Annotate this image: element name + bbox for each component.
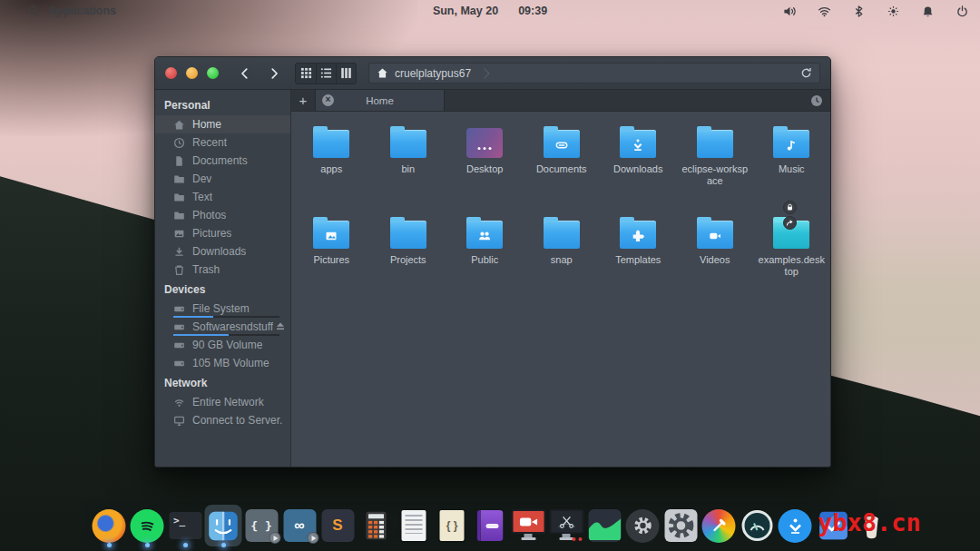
volume-icon[interactable] xyxy=(783,5,797,18)
dock-code-editor-icon[interactable]: { } xyxy=(243,505,280,546)
running-indicator xyxy=(183,543,188,547)
sidebar-item-label: Documents xyxy=(192,154,248,167)
grid-view-button[interactable] xyxy=(296,64,316,84)
power-icon[interactable] xyxy=(956,5,969,18)
file-label: Pictures xyxy=(313,254,349,266)
watermark: ybx8.cn xyxy=(818,508,921,536)
dock-sublime-text-icon[interactable]: S xyxy=(319,505,357,546)
tab-close-icon[interactable]: × xyxy=(322,94,334,106)
paperclip-emblem-icon xyxy=(554,138,569,153)
sidebar-item-documents[interactable]: Documents xyxy=(155,152,290,170)
sidebar-item-105-mb-volume[interactable]: 105 MB Volume xyxy=(155,354,290,372)
dock-journal-icon[interactable] xyxy=(472,505,509,546)
sidebar-item-recent[interactable]: Recent xyxy=(155,133,290,152)
sidebar-item-dev[interactable]: Dev xyxy=(155,170,290,188)
refresh-icon[interactable] xyxy=(800,67,812,79)
file-public[interactable]: Public xyxy=(446,207,524,290)
sidebar-section-personal: Personal xyxy=(155,94,290,115)
dock-screen-recorder-icon[interactable] xyxy=(510,505,547,546)
dock-text-editor-icon[interactable] xyxy=(396,505,433,546)
applications-label: Applications xyxy=(48,5,116,17)
sidebar-item-label: Text xyxy=(192,191,212,203)
home-icon xyxy=(173,119,185,131)
notifications-icon[interactable] xyxy=(921,5,935,18)
list-view-button[interactable] xyxy=(316,64,336,84)
file-manager-window: cruelplatypus67 PersonalHomeRecentDocume… xyxy=(154,56,831,467)
breadcrumb-location[interactable]: cruelplatypus67 xyxy=(395,67,471,80)
file-documents[interactable]: Documents xyxy=(524,116,601,200)
dock-gauge-icon[interactable] xyxy=(739,505,776,546)
desktop-special-icon xyxy=(466,128,503,158)
folder-icon xyxy=(313,130,349,158)
dock-color-picker-icon[interactable] xyxy=(701,505,738,546)
file-projects[interactable]: Projects xyxy=(370,207,447,290)
dock-visual-studio-icon[interactable]: ∞ xyxy=(281,505,318,546)
minimize-window-button[interactable] xyxy=(186,67,198,79)
sidebar-item-entire-network[interactable]: Entire Network xyxy=(155,393,290,411)
sidebar-item-softwaresndstuff[interactable]: Softwaresndstuff xyxy=(155,318,290,336)
clock[interactable]: Sun, May 20 09:39 xyxy=(433,5,547,17)
file-downloads[interactable]: Downloads xyxy=(600,116,677,200)
file-eclipse-workspace[interactable]: eclipse-workspace xyxy=(677,116,754,200)
tab-history-icon[interactable] xyxy=(810,94,823,107)
server-icon xyxy=(173,415,185,427)
sidebar-section-network: Network xyxy=(155,372,290,393)
sidebar-item-trash[interactable]: Trash xyxy=(155,261,290,279)
file-music[interactable]: Music xyxy=(753,116,830,200)
file-pictures[interactable]: Pictures xyxy=(293,207,370,290)
new-tab-button[interactable]: + xyxy=(291,90,316,111)
sidebar-item-connect-to-server-[interactable]: Connect to Server... xyxy=(155,411,290,429)
pathbar[interactable]: cruelplatypus67 xyxy=(368,63,820,84)
share-badge-icon xyxy=(783,216,797,230)
file-templates[interactable]: Templates xyxy=(600,207,677,290)
folder-icon xyxy=(173,210,185,221)
wifi-icon[interactable] xyxy=(818,5,831,18)
sidebar-item-photos[interactable]: Photos xyxy=(155,206,290,224)
dock-tweaks-icon[interactable] xyxy=(662,505,700,546)
brightness-icon[interactable] xyxy=(887,5,900,18)
dock-firefox-icon[interactable] xyxy=(91,505,128,546)
file-snap[interactable]: snap xyxy=(524,207,601,290)
folder-icon xyxy=(773,130,809,158)
sidebar-item-90-gb-volume[interactable]: 90 GB Volume xyxy=(155,336,290,354)
dock-downloader-icon[interactable] xyxy=(777,505,814,546)
column-view-button[interactable] xyxy=(336,64,356,84)
file-bin[interactable]: bin xyxy=(370,116,447,200)
sidebar-item-text[interactable]: Text xyxy=(155,188,290,206)
folder-icon xyxy=(390,221,426,249)
search-icon xyxy=(27,5,41,18)
file-examples-desktop[interactable]: examples.desktop xyxy=(753,207,830,290)
file-apps[interactable]: apps xyxy=(293,116,370,200)
bluetooth-icon[interactable] xyxy=(852,5,866,18)
dock-files-icon[interactable] xyxy=(205,505,242,546)
forward-button[interactable] xyxy=(262,62,286,85)
tab-home[interactable]: × Home xyxy=(316,90,445,111)
sidebar-item-file-system[interactable]: File System xyxy=(155,300,290,318)
drive-icon xyxy=(173,358,185,369)
sidebar-item-pictures[interactable]: Pictures xyxy=(155,224,290,242)
sidebar-item-home[interactable]: Home xyxy=(155,115,290,133)
dock-calculator-icon[interactable] xyxy=(358,505,395,546)
back-button[interactable] xyxy=(233,62,257,85)
dock: >_{ }∞S{ } xyxy=(83,501,897,551)
running-indicator xyxy=(107,543,112,547)
eject-icon[interactable] xyxy=(275,321,286,331)
view-switcher xyxy=(295,63,357,84)
file-label: Documents xyxy=(536,163,587,175)
dock-system-monitor-icon[interactable] xyxy=(586,505,623,546)
dock-screenshot-tool-icon[interactable] xyxy=(548,505,585,546)
dock-settings-icon[interactable] xyxy=(624,505,662,546)
applications-menu[interactable]: Applications xyxy=(27,5,116,18)
dock-code-file-icon[interactable]: { } xyxy=(434,505,471,546)
close-window-button[interactable] xyxy=(165,67,177,79)
drive-icon xyxy=(173,303,185,315)
panel-date: Sun, May 20 xyxy=(433,5,498,17)
titlebar[interactable]: cruelplatypus67 xyxy=(155,57,830,90)
file-videos[interactable]: Videos xyxy=(677,207,754,290)
maximize-window-button[interactable] xyxy=(207,67,219,79)
sidebar-item-downloads[interactable]: Downloads xyxy=(155,242,290,261)
dock-spotify-icon[interactable] xyxy=(129,505,166,546)
dock-terminal-icon[interactable]: >_ xyxy=(167,505,204,546)
arrow-emblem-icon xyxy=(631,138,646,153)
file-desktop[interactable]: Desktop xyxy=(446,116,524,200)
